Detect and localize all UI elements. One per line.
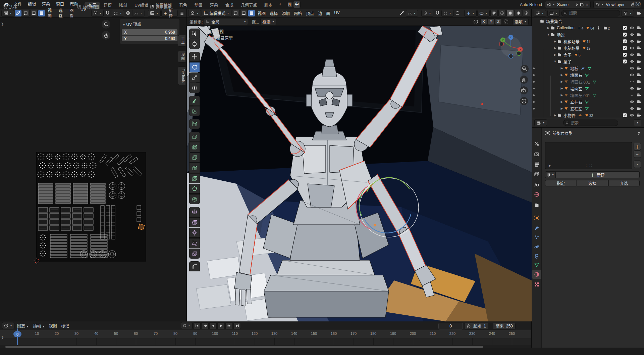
mirror-axis-Z[interactable]: Z [495, 18, 502, 25]
expand-arrow[interactable]: ▼ [546, 33, 550, 36]
uv-sidebar-tab-TexTools[interactable]: TexTools [178, 66, 185, 85]
select-button[interactable]: 选择 [577, 180, 608, 186]
assign-button[interactable]: 指定 [545, 180, 576, 186]
visibility-toggle[interactable] [630, 106, 634, 111]
visibility-toggle[interactable] [630, 113, 634, 118]
uv-sync-selection-toggle[interactable] [15, 10, 21, 16]
properties-tab-particles[interactable] [532, 233, 541, 242]
checkbox[interactable] [623, 26, 627, 30]
uv-select-edge-button[interactable] [30, 10, 38, 17]
proportional-editing-icon[interactable] [454, 10, 461, 16]
prev-keyframe-button[interactable] [201, 322, 209, 329]
camera-toggle[interactable] [637, 73, 641, 77]
camera-toggle[interactable] [637, 86, 641, 91]
camera-toggle[interactable] [637, 39, 641, 44]
tool-poly-build[interactable] [189, 184, 200, 194]
viewport-area[interactable]: 坐标系: 全局 ▾ 拖... 框选▾ XYZ 选项▾ [187, 17, 532, 321]
visibility-toggle[interactable] [630, 32, 634, 37]
outliner-row-墙面左[interactable]: ▶墙面左 [532, 85, 644, 92]
tool-add-cube[interactable] [189, 119, 200, 129]
expand-arrow-icon[interactable]: ▶ [549, 164, 551, 167]
timeline-scrollbar[interactable] [5, 346, 483, 348]
tool-shear[interactable] [189, 238, 200, 248]
slot-specials-dropdown[interactable]: ▾ [634, 161, 641, 168]
visibility-toggle[interactable] [630, 86, 634, 91]
snap-magnet-icon[interactable] [434, 10, 441, 16]
camera-toggle[interactable] [637, 113, 641, 118]
scene-selector[interactable]: ▾ Scene ✕ [545, 1, 591, 8]
outliner-row-地板[interactable]: ▶地板 [532, 65, 644, 72]
tool-edge-slide[interactable] [189, 217, 200, 227]
tool-shrink-fatten[interactable] [189, 228, 200, 238]
uv-select-face-button[interactable] [38, 10, 45, 16]
tool-spin[interactable] [189, 194, 200, 204]
shading-rendered-button[interactable] [523, 10, 530, 17]
outliner-row-电脑场景[interactable]: ▶电脑场景19 [532, 45, 644, 51]
visibility-toggle[interactable] [630, 66, 634, 71]
camera-toggle[interactable] [637, 32, 641, 37]
properties-search-input[interactable] [570, 121, 615, 125]
visibility-toggle[interactable] [630, 99, 634, 104]
visibility-toggle[interactable] [630, 73, 634, 77]
resize-grip[interactable]: :::: [586, 163, 593, 168]
camera-toggle[interactable] [637, 26, 641, 30]
expand-arrow[interactable]: ▶ [553, 53, 557, 56]
outliner-row-小物件[interactable]: ▶小物件32 [532, 112, 644, 119]
xray-toggle[interactable] [490, 10, 498, 17]
outliner-row-盒子[interactable]: ▶盒子6 [532, 51, 644, 58]
expand-arrow[interactable]: ▶ [560, 107, 564, 110]
camera-toggle[interactable] [637, 46, 641, 50]
uv-menu-视图[interactable]: 视图 [46, 7, 57, 19]
tool-transform[interactable] [189, 83, 200, 93]
deselect-button[interactable]: 弃选 [608, 180, 640, 186]
viewport-menu-视图[interactable]: 视图 [256, 10, 268, 16]
uv-vertex-field-X[interactable]: X0.968 [122, 29, 177, 35]
expand-arrow[interactable]: ▶ [560, 80, 564, 83]
outliner-row-场景集合[interactable]: 场景集合 [532, 18, 644, 25]
viewport-menu-添加[interactable]: 添加 [280, 10, 292, 16]
uv-zoom-gizmo[interactable] [102, 20, 110, 29]
outliner-row-机箱场景[interactable]: ▶机箱场景11 [532, 38, 644, 45]
uv-snap-mode-dropdown[interactable]: ▾ [112, 10, 124, 17]
expand-arrow[interactable]: ▼ [553, 60, 557, 63]
uv-sidebar-tab-视图[interactable]: 视图 [178, 51, 185, 62]
camera-toggle[interactable] [637, 52, 641, 57]
timeline-menu-插帧[interactable]: 插帧 ▾ [31, 323, 47, 328]
tool-tweak-select[interactable] [189, 29, 200, 39]
next-keyframe-button[interactable] [225, 322, 233, 329]
visibility-toggle[interactable] [630, 46, 634, 50]
properties-search[interactable] [563, 120, 618, 126]
camera-toggle[interactable] [637, 106, 641, 111]
blender-file-icon[interactable] [286, 1, 293, 8]
play-reverse-button[interactable] [209, 322, 217, 329]
panel-header[interactable]: ▼ UV 顶点 [122, 21, 177, 27]
checkbox[interactable] [623, 59, 627, 64]
expand-arrow[interactable]: ▶ [560, 100, 564, 103]
topbar-menu-1[interactable]: 编辑 [25, 0, 39, 9]
tool-annotate[interactable] [189, 96, 200, 106]
browse-material-dropdown[interactable]: ▾ [545, 171, 556, 178]
tool-smooth[interactable] [189, 207, 200, 217]
tool-knife[interactable] [189, 173, 200, 183]
shading-solid-button[interactable] [506, 10, 514, 17]
visibility-toggle[interactable] [630, 59, 634, 64]
workspace-tab-动画[interactable]: 动画 [191, 2, 206, 9]
viewport-menu-UV[interactable]: UV [332, 10, 342, 16]
properties-tab-tool[interactable] [532, 140, 541, 148]
tool-inset-faces[interactable] [189, 142, 200, 152]
select-edge-button[interactable] [240, 10, 248, 17]
pin-icon[interactable] [575, 3, 579, 7]
copy-icon[interactable] [580, 3, 584, 7]
gizmos-dropdown[interactable]: ▾ [464, 10, 477, 17]
expand-arrow[interactable]: ▶ [546, 26, 550, 30]
timeline-menu-标记[interactable]: 标记 [59, 323, 71, 328]
camera-toggle[interactable] [637, 66, 641, 71]
select-mode-dropdown[interactable]: 框选▾ [260, 18, 276, 25]
uv-editor-area[interactable]: ❯ ▼ UV 顶点 X0.968Y0.463 工具视图TexTools [0, 17, 187, 321]
properties-tab-object[interactable] [532, 214, 541, 222]
visibility-toggle[interactable] [630, 39, 634, 44]
tool-scale[interactable] [189, 73, 200, 83]
mirror-axis-X[interactable]: X [480, 18, 487, 25]
select-vertex-button[interactable] [232, 10, 239, 17]
snap-to-symmetry-icon[interactable] [503, 18, 509, 25]
